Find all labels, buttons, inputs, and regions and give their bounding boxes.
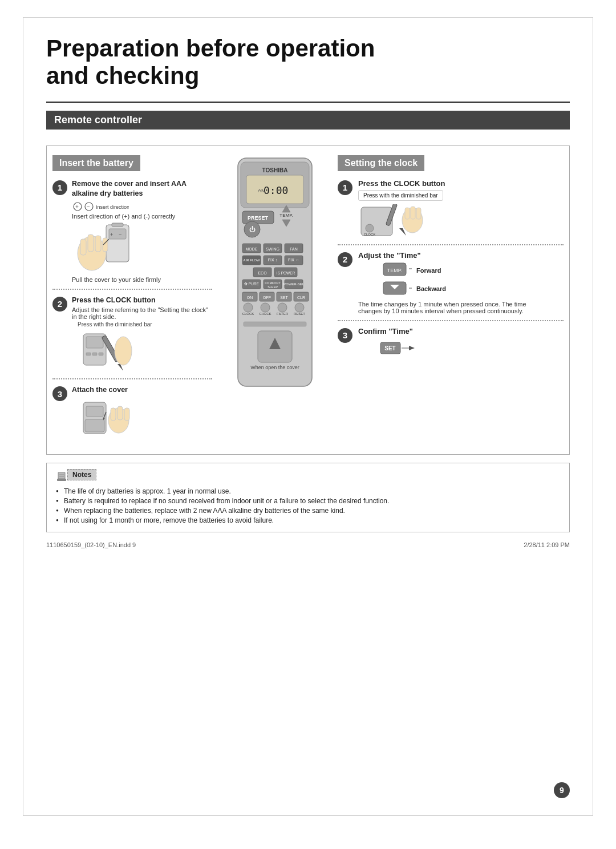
left-step-2-sub: Adjust the time referring to the "Settin… [72,306,212,320]
dotted-divider-2 [52,378,212,379]
left-step-2-row: 2 Press the CLOCK button Adjust the time… [52,296,212,373]
left-step-3-row: 3 Attach the cover [52,385,212,439]
attach-cover-illustration [78,398,135,438]
left-step-3-circle: 3 [52,386,67,401]
svg-point-81 [278,303,287,312]
right-step-1-title: Press the CLOCK button [358,179,445,188]
svg-text:AIR FLOW: AIR FLOW [243,258,260,262]
svg-text:SLEEP: SLEEP [268,285,278,289]
setting-clock-header: Setting the clock [338,155,424,171]
svg-text:−: − [119,232,121,237]
left-step-1-circle: 1 [52,180,67,195]
left-panel: Insert the battery 1 Remove the cover an… [52,155,218,445]
left-step-2-title: Press the CLOCK button [72,296,212,306]
svg-text:SWING: SWING [266,247,279,251]
svg-rect-17 [86,337,103,348]
svg-rect-30 [124,408,129,421]
note-item-3: When replacing the batteries, replace wi… [56,507,560,515]
svg-text:TEMP.: TEMP. [279,213,293,218]
title-line2: and checking [46,62,199,89]
svg-rect-20 [99,353,103,355]
right-step-2-row: 2 Adjust the "Time" TEMP. [338,251,564,314]
left-step-1-sub1-text: Insert direction of (+) and (-) correctl… [72,213,175,220]
svg-text:MODE: MODE [246,247,258,251]
svg-text:FAN: FAN [290,247,298,251]
footer-left: 1110650159_(02-10)_EN.indd 9 [46,541,136,548]
page-title: Preparation before operation and checkin… [46,35,570,90]
set-diagram: SET [378,338,423,362]
right-dotted-1 [338,244,564,245]
svg-text:−: − [87,204,90,210]
notes-list: The life of dry batteries is approx. 1 y… [56,487,560,524]
svg-text:TOSHIBA: TOSHIBA [262,167,288,173]
svg-text:⏻: ⏻ [249,226,256,233]
left-step-1-row: 1 Remove the cover and insert AAA alkali… [52,179,212,283]
clock-press-illustration [78,331,135,371]
left-step-2-circle: 2 [52,297,67,312]
svg-text:OFF: OFF [263,296,271,300]
svg-text:ECO: ECO [258,271,267,275]
right-step-2-title: Adjust the "Time" [358,251,529,260]
right-step-3-row: 3 Confirm "Time" SET [338,327,564,362]
right-step-2-circle: 2 [338,252,352,267]
backward-label: Backward [416,285,446,292]
svg-marker-109 [58,472,65,479]
svg-point-77 [244,303,253,312]
left-step-1-sub2: Pull the cover to your side firmly [72,276,212,283]
left-step-1-title: Remove the cover and insert AAA alkaline… [72,179,212,199]
svg-text:0:00: 0:00 [264,184,288,196]
svg-rect-95 [405,208,410,219]
page-outer: Preparation before operation and checkin… [23,17,593,816]
notes-pencil-icon [56,471,67,482]
svg-text:SET: SET [280,296,288,300]
svg-text:ON: ON [247,296,253,300]
svg-point-23 [115,337,132,365]
insert-battery-header: Insert the battery [52,155,140,171]
right-step-3-circle: 3 [338,328,352,343]
footer-right: 2/28/11 2:09 PM [524,541,570,548]
svg-point-79 [261,303,270,312]
right-panel: Setting the clock 1 Press the CLOCK butt… [332,155,564,445]
svg-text:CLOCK: CLOCK [364,233,376,236]
svg-rect-28 [111,408,116,421]
svg-text:CLR: CLR [297,296,305,300]
svg-rect-29 [117,406,123,420]
svg-text:SET: SET [384,345,395,351]
footer-bar: 1110650159_(02-10)_EN.indd 9 2/28/11 2:0… [46,541,570,548]
svg-rect-85 [244,322,306,326]
svg-rect-11 [80,239,86,255]
note-item-4: If not using for 1 month or more, remove… [56,516,560,524]
svg-text:POWER-SEL: POWER-SEL [283,282,305,286]
svg-rect-19 [92,353,97,355]
right-clock-press-illustration: CLOCK [358,204,427,238]
temp-diagram: TEMP. Forward Backward [378,262,529,297]
svg-rect-108 [57,479,66,481]
right-step-1-row: 1 Press the CLOCK button Press with the … [338,179,564,238]
main-content: Insert the battery 1 Remove the cover an… [46,145,570,455]
svg-rect-18 [86,353,91,355]
right-step-2-note: The time changes by 1 minute when presse… [358,301,529,314]
svg-text:Insert direction of: Insert direction of [96,204,129,210]
svg-text:FILTER: FILTER [277,312,289,316]
forward-label: Forward [416,267,446,274]
dotted-divider-1 [52,289,212,290]
right-step-1-circle: 1 [338,180,352,195]
svg-text:FIX ↕: FIX ↕ [268,258,277,262]
note-item-1: The life of dry batteries is approx. 1 y… [56,487,560,495]
svg-point-90 [366,224,374,232]
svg-rect-97 [416,208,421,219]
svg-text:COMFORT: COMFORT [265,281,281,285]
svg-rect-26 [85,419,104,432]
svg-rect-12 [88,235,94,252]
svg-text:✿ PURE: ✿ PURE [244,282,260,286]
svg-text:TEMP.: TEMP. [387,268,402,273]
page-number: 9 [554,782,570,798]
battery-insert-illustration: + − [72,222,135,273]
notes-header: Notes [67,469,96,480]
remote-controller-svg: TOSHIBA AM 0:00 PRESET TEMP. [226,155,323,440]
note-item-2: Battery is required to replace if no sou… [56,497,560,505]
svg-rect-6 [112,223,123,227]
press-bar-instruction: Press with the diminished bar [358,190,443,201]
svg-text:FIX ↔: FIX ↔ [288,258,299,262]
svg-point-83 [295,303,304,312]
